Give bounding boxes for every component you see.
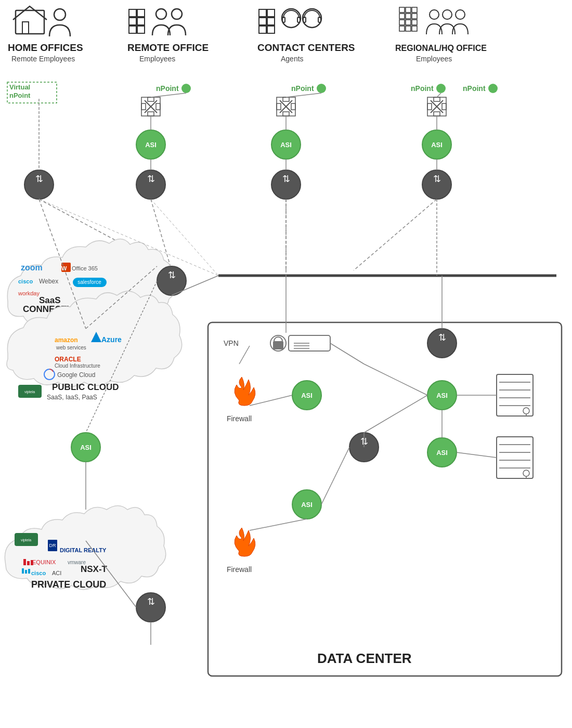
- svg-text:⇅: ⇅: [282, 174, 290, 184]
- public-cloud-sub: SaaS, IaaS, PaaS: [47, 394, 97, 401]
- contact-centers-icon: [259, 9, 275, 33]
- npoint-remote-dot: [181, 84, 191, 93]
- svg-rect-85: [22, 568, 24, 574]
- aws-sublabel: web services: [56, 345, 86, 350]
- aws-label: amazon: [55, 336, 78, 344]
- remote-people-icon: [152, 9, 186, 35]
- svg-rect-9: [137, 26, 145, 33]
- line-router-to-asi-lower: [321, 447, 349, 504]
- svg-rect-87: [28, 569, 30, 574]
- asi-dc-right2-label: ASI: [436, 449, 448, 457]
- remote-office-title: REMOTE OFFICE: [127, 42, 209, 53]
- line-npoint-remote: [151, 93, 186, 97]
- nsx-label: NSX-T: [81, 564, 108, 574]
- remote-office-icon: [129, 9, 145, 33]
- line-npoint-contact: [286, 93, 321, 97]
- firewall-top-icon: [235, 377, 255, 406]
- svg-text:⇅: ⇅: [147, 596, 155, 607]
- regional-office-title: REGIONAL/HQ OFFICE: [395, 44, 487, 53]
- svg-point-38: [456, 10, 465, 19]
- svg-rect-17: [267, 26, 275, 33]
- svg-point-36: [430, 10, 439, 19]
- firewall-bottom-label: Firewall: [227, 565, 252, 574]
- svg-rect-82: [23, 559, 26, 565]
- svg-text:⇅: ⇅: [147, 174, 155, 184]
- azure-label: Azure: [101, 335, 122, 344]
- line-vpn-to-firewall: [239, 346, 250, 364]
- network-device-remote: [141, 97, 160, 116]
- viptela-text-private: viptela: [21, 538, 31, 542]
- asi-dc-center-label: ASI: [301, 392, 313, 399]
- contact-centers-title: CONTACT CENTERS: [257, 42, 355, 53]
- line-regional-to-center: [354, 199, 437, 270]
- webex-label: Webex: [39, 278, 58, 285]
- line-asi-dc-to-router: [364, 395, 427, 433]
- npoint-remote-label: nPoint: [156, 84, 179, 93]
- vpn-lock-body: [273, 341, 283, 349]
- firewall-top-label: Firewall: [227, 414, 252, 423]
- vpn-lock-arc: [274, 337, 282, 341]
- svg-rect-26: [412, 7, 417, 12]
- private-cloud-title: PRIVATE CLOUD: [31, 579, 106, 590]
- aci-label: ACI: [52, 570, 61, 576]
- firewall-bottom-icon: [235, 528, 255, 556]
- npoint-regional1-dot: [436, 84, 446, 93]
- npoint-regional1-label: nPoint: [411, 84, 434, 93]
- line-vpn-to-asi-right: [330, 343, 364, 364]
- svg-rect-35: [412, 26, 417, 31]
- zoom-label: zoom: [21, 263, 43, 272]
- svg-text:⇅: ⇅: [168, 270, 176, 280]
- server-rack-top: [497, 374, 533, 416]
- datacenter-label: DATA CENTER: [317, 651, 412, 666]
- network-device-contact: [277, 97, 295, 116]
- viptela-text-public: viptela: [24, 390, 35, 394]
- contact-centers-subtitle: Agents: [281, 55, 304, 63]
- asi-remote-label: ASI: [145, 141, 157, 149]
- svg-rect-8: [129, 26, 136, 33]
- svg-rect-15: [267, 18, 275, 25]
- npoint-contact-label: nPoint: [291, 84, 314, 93]
- salesforce-text: salesforce: [77, 279, 101, 285]
- line-npoint-regional1: [437, 93, 441, 97]
- svg-rect-32: [412, 20, 417, 25]
- asi-dc-lower-label: ASI: [301, 501, 313, 509]
- svg-rect-14: [259, 18, 266, 25]
- line-firewall-to-asi: [250, 395, 292, 406]
- dr-text: DR: [49, 543, 56, 548]
- regional-people-icon: [426, 10, 468, 34]
- npoint-regional2-dot: [488, 84, 498, 93]
- svg-rect-7: [137, 18, 145, 25]
- svg-rect-5: [137, 9, 145, 17]
- svg-text:⇅: ⇅: [433, 174, 441, 184]
- npoint-contact-dot: [317, 84, 326, 93]
- virtual-npoint-label: Virtual: [9, 83, 30, 91]
- datacenter-rect: [208, 322, 562, 676]
- private-cloud: DIGITAL REALTY EQUINIX vmware NSX-T cisc…: [5, 506, 165, 590]
- svg-rect-16: [259, 26, 266, 33]
- svg-point-37: [443, 10, 452, 19]
- home-offices-subtitle: Remote Employees: [11, 55, 75, 63]
- asi-public-cloud-label: ASI: [80, 444, 92, 451]
- svg-rect-28: [406, 14, 411, 19]
- remote-office-subtitle: Employees: [139, 55, 175, 63]
- svg-rect-25: [406, 7, 411, 12]
- line-to-asi-right2: [364, 364, 427, 395]
- asi-dc-right-label: ASI: [436, 392, 448, 399]
- asi-regional-label: ASI: [431, 141, 443, 149]
- svg-rect-31: [406, 20, 411, 25]
- svg-rect-66: [497, 374, 533, 416]
- contact-headset-icon2: [303, 9, 321, 28]
- svg-rect-74: [497, 437, 533, 478]
- svg-point-3: [54, 9, 66, 20]
- svg-rect-1: [22, 22, 29, 34]
- svg-rect-29: [412, 14, 417, 19]
- svg-rect-6: [129, 18, 136, 25]
- svg-point-71: [523, 408, 529, 414]
- asi-contact-label: ASI: [280, 141, 292, 149]
- home-offices-title: HOME OFFICES: [8, 42, 83, 53]
- regional-office-icon: [399, 7, 417, 31]
- oracle-label: ORACLE: [55, 356, 81, 363]
- svg-point-10: [156, 9, 166, 19]
- svg-text:⇅: ⇅: [438, 332, 446, 343]
- workday-label: workday: [18, 290, 40, 296]
